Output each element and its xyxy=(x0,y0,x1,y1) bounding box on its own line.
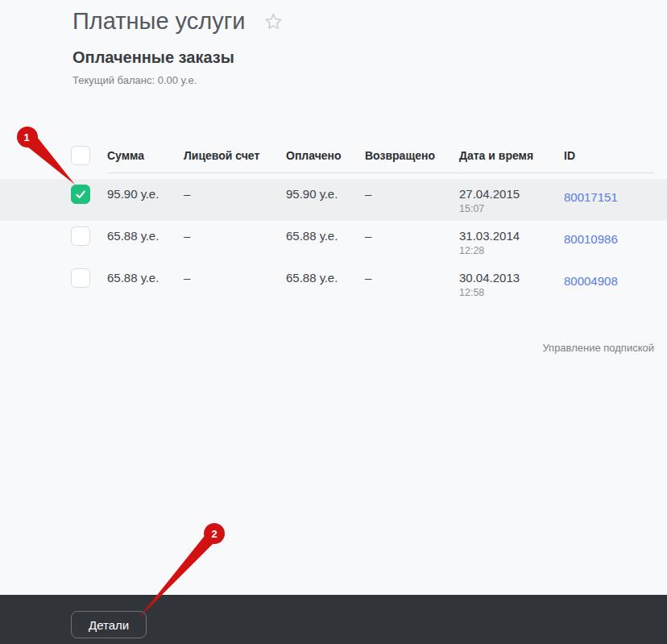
returned-cell: – xyxy=(365,179,459,202)
datetime-cell: 31.03.2014 12:28 xyxy=(459,221,564,257)
datetime-cell: 30.04.2013 12:58 xyxy=(459,263,564,299)
page-header: Платные услуги Оплаченные заказы Текущий… xyxy=(0,0,667,87)
paid-services-page: Платные услуги Оплаченные заказы Текущий… xyxy=(0,0,667,644)
time-text: 12:58 xyxy=(459,286,564,299)
column-header-id: ID xyxy=(564,149,667,162)
table-row: 65.88 у.е. – 65.88 у.е. – 31.03.2014 12:… xyxy=(0,221,667,263)
order-id-link[interactable]: 80010986 xyxy=(564,232,618,246)
footer-bar: Детали xyxy=(0,595,667,644)
account-cell: – xyxy=(184,221,286,243)
time-text: 12:28 xyxy=(459,244,564,257)
subscription-management-link[interactable]: Управление подпиской xyxy=(0,342,667,354)
column-header-datetime: Дата и время xyxy=(459,149,564,162)
table-row: 65.88 у.е. – 65.88 у.е. – 30.04.2013 12:… xyxy=(0,263,667,305)
sum-cell: 65.88 у.е. xyxy=(107,221,184,243)
date-text: 31.03.2014 xyxy=(459,229,564,243)
date-text: 30.04.2013 xyxy=(459,271,564,285)
paid-cell: 95.90 у.е. xyxy=(286,179,365,202)
row-checkbox[interactable] xyxy=(71,226,90,246)
sum-cell: 65.88 у.е. xyxy=(107,263,184,285)
time-text: 15:07 xyxy=(459,202,564,215)
column-header-returned: Возвращено xyxy=(365,149,459,162)
column-header-paid: Оплачено xyxy=(286,149,365,162)
sum-cell: 95.90 у.е. xyxy=(107,179,184,202)
column-header-sum: Сумма xyxy=(107,149,184,162)
annotation-overlay: 1 2 xyxy=(0,0,667,644)
balance-text: Текущий баланс: 0.00 у.е. xyxy=(72,74,667,87)
checkmark-icon xyxy=(74,188,87,201)
table-row: 95.90 у.е. – 95.90 у.е. – 27.04.2015 15:… xyxy=(0,179,667,221)
account-cell: – xyxy=(184,263,286,285)
favorite-star-icon[interactable] xyxy=(264,12,283,31)
order-id-link[interactable]: 80004908 xyxy=(564,274,618,288)
annotation-number-2: 2 xyxy=(211,528,217,540)
returned-cell: – xyxy=(365,263,459,285)
account-cell: – xyxy=(184,179,286,202)
header-divider xyxy=(107,172,654,173)
paid-cell: 65.88 у.е. xyxy=(286,263,365,285)
table-header-row: Сумма Лицевой счет Оплачено Возвращено Д… xyxy=(0,139,667,172)
details-button[interactable]: Детали xyxy=(71,611,147,638)
select-all-checkbox[interactable] xyxy=(71,146,90,165)
date-text: 27.04.2015 xyxy=(459,187,564,202)
returned-cell: – xyxy=(365,221,459,243)
column-header-account: Лицевой счет xyxy=(184,149,286,162)
paid-cell: 65.88 у.е. xyxy=(286,221,365,243)
row-checkbox[interactable] xyxy=(71,268,90,288)
table-body: 95.90 у.е. – 95.90 у.е. – 27.04.2015 15:… xyxy=(0,179,667,305)
order-id-link[interactable]: 80017151 xyxy=(564,190,618,204)
page-title: Платные услуги xyxy=(72,6,245,35)
paid-orders-table: Сумма Лицевой счет Оплачено Возвращено Д… xyxy=(0,139,667,305)
row-checkbox-checked[interactable] xyxy=(71,185,90,204)
section-title: Оплаченные заказы xyxy=(72,48,667,68)
datetime-cell: 27.04.2015 15:07 xyxy=(459,179,564,215)
